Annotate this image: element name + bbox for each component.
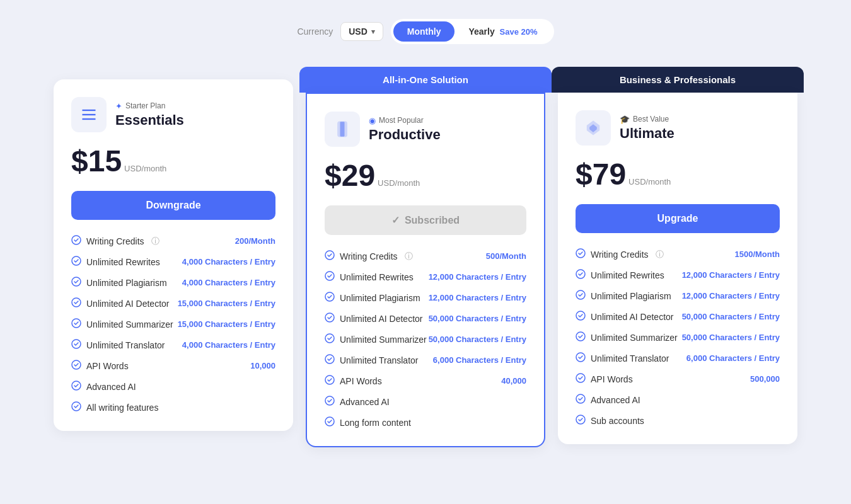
check-circle-icon [576,311,586,323]
feature-list: Writing Credits ⓘ 200/Month Unlimited Re… [71,235,275,413]
feature-value: 500/Month [486,251,526,261]
yearly-label: Yearly [468,26,494,37]
price-main: $79 [576,157,626,192]
feature-item: API Words 40,000 [325,375,526,387]
tag-icon: 🎓 [620,115,630,124]
feature-value: 12,000 Characters / Entry [682,270,780,280]
feature-value: 40,000 [501,376,526,386]
subscribed-button: ✓ Subscribed [325,205,526,235]
feature-value: 4,000 Characters / Entry [182,257,275,266]
check-circle-icon [71,360,81,372]
check-circle-icon [325,396,335,408]
feature-label: Advanced AI [340,397,390,407]
plan-icon-essentials [71,97,107,132]
plan-tag: ✦ Starter Plan [115,101,184,111]
yearly-toggle[interactable]: Yearly Save 20% [454,21,551,42]
feature-label: Unlimited Translator [591,353,669,364]
feature-item: Unlimited Translator 4,000 Characters / … [71,339,275,351]
feature-label: Unlimited Rewrites [340,272,414,282]
feature-item: Unlimited Summarizer 50,000 Characters /… [325,333,526,345]
feature-item: Long form content [325,416,526,428]
feature-item: Writing Credits ⓘ 500/Month [325,250,526,262]
feature-value: 50,000 Characters / Entry [682,312,780,321]
feature-left: Long form content [325,416,411,428]
plan-name: Productive [369,127,441,143]
top-bar: Currency USD ▾ Monthly Yearly Save 20% [297,19,553,44]
feature-item: API Words 500,000 [576,373,780,385]
check-circle-icon [71,235,81,247]
feature-value: 12,000 Characters / Entry [429,272,526,282]
feature-label: API Words [591,374,633,384]
feature-value: 4,000 Characters / Entry [182,278,275,287]
plan-icon-ultimate [576,110,611,146]
currency-selector[interactable]: USD ▾ [340,22,383,41]
info-icon: ⓘ [656,249,664,260]
plan-icon-productive [325,112,360,147]
feature-label: Unlimited Translator [86,340,165,350]
check-circle-icon [325,250,335,262]
check-circle-icon [576,290,586,302]
feature-item: Unlimited AI Detector 50,000 Characters … [576,311,780,323]
plan-card-productive: ◉ Most Popular Productive $29 USD/month … [306,93,545,447]
check-circle-icon [325,292,335,304]
check-circle-icon [576,415,586,427]
feature-label: Advanced AI [86,382,136,392]
feature-item: Advanced AI [576,394,780,406]
feature-value: 200/Month [235,236,275,246]
feature-label: Writing Credits [591,249,649,260]
feature-left: Advanced AI [325,396,390,408]
plan-tag: 🎓 Best Value [620,115,674,124]
feature-label: All writing features [86,403,158,413]
price-unit: USD/month [378,178,420,188]
feature-left: All writing features [71,401,158,413]
plan-meta: 🎓 Best Value Ultimate [620,115,674,142]
info-icon: ⓘ [405,251,413,262]
feature-value: 10,000 [250,361,275,370]
save-badge: Save 20% [500,27,538,37]
feature-label: Sub accounts [591,416,644,426]
feature-value: 4,000 Characters / Entry [182,340,275,350]
downgrade-button[interactable]: Downgrade [71,191,275,220]
feature-label: Advanced AI [591,395,640,405]
check-circle-icon [576,269,586,281]
feature-label: API Words [86,361,129,371]
feature-label: Unlimited AI Detector [86,299,170,309]
feature-item: Sub accounts [576,415,780,427]
feature-left: Advanced AI [71,381,136,392]
price-unit: USD/month [628,177,671,186]
feature-value: 12,000 Characters / Entry [682,291,780,301]
feature-label: Unlimited AI Detector [340,314,423,324]
price-row: $79 USD/month [576,157,780,192]
feature-item: Unlimited Plagiarism 12,000 Characters /… [325,292,526,304]
monthly-toggle[interactable]: Monthly [393,21,455,42]
plan-wrapper-ultimate: Business & Professionals 🎓 Best Value Ul… [552,67,804,444]
price-main: $15 [71,144,122,178]
feature-item: Unlimited Plagiarism 12,000 Characters /… [576,290,780,302]
feature-left: Unlimited Rewrites [71,256,160,268]
svg-rect-13 [340,122,345,136]
plan-meta: ✦ Starter Plan Essentials [115,101,184,129]
feature-value: 6,000 Characters / Entry [686,353,780,363]
price-unit: USD/month [124,164,166,173]
feature-value: 12,000 Characters / Entry [429,293,526,302]
feature-label: Unlimited Plagiarism [591,291,671,301]
feature-label: Unlimited Summarizer [591,333,678,343]
plan-header: ◉ Most Popular Productive [325,112,526,147]
feature-item: All writing features [71,401,275,413]
plan-header: ✦ Starter Plan Essentials [71,97,275,132]
plan-meta: ◉ Most Popular Productive [369,116,441,143]
plan-tag: ◉ Most Popular [369,116,441,125]
feature-item: Advanced AI [71,381,275,392]
plans-container: ✦ Starter Plan Essentials $15 USD/month … [22,67,829,447]
feature-value: 50,000 Characters / Entry [682,333,780,342]
feature-item: Unlimited Plagiarism 4,000 Characters / … [71,277,275,289]
feature-left: Unlimited Plagiarism [71,277,167,289]
plan-tag-label: Starter Plan [125,101,165,110]
plan-tag-label: Most Popular [379,116,424,125]
upgrade-button[interactable]: Upgrade [576,204,780,233]
feature-left: Unlimited Translator [325,354,419,366]
feature-item: Unlimited Translator 6,000 Characters / … [576,352,780,364]
feature-item: Unlimited Summarizer 15,000 Characters /… [71,318,275,330]
feature-item: Unlimited Rewrites 12,000 Characters / E… [325,271,526,283]
plan-wrapper-essentials: ✦ Starter Plan Essentials $15 USD/month … [47,67,299,431]
